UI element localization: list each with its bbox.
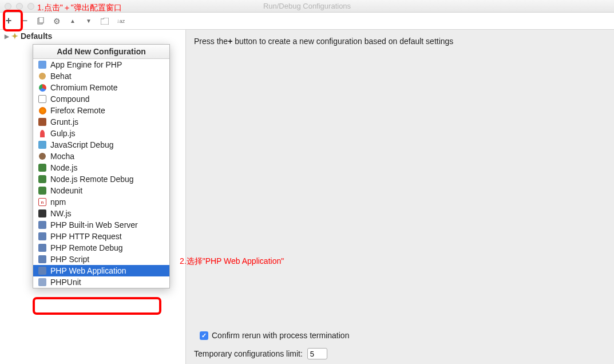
traffic-lights: [0, 3, 34, 10]
annotation-highlight-selection: [33, 297, 161, 315]
checkbox-label: Confirm rerun with process termination: [212, 331, 349, 340]
compound-icon: [38, 94, 47, 104]
config-type-item[interactable]: PHP Built-in Web Server: [33, 219, 169, 231]
config-type-item[interactable]: JavaScript Debug: [33, 139, 169, 151]
npm-icon: n: [38, 197, 47, 207]
annotation-step1: 1.点击"＋"弹出配置窗口: [37, 3, 122, 13]
temp-config-limit-row: Temporary configurations limit:: [194, 348, 349, 359]
php-icon: [38, 255, 47, 264]
config-type-label: Grunt.js: [50, 117, 78, 126]
annotation-step2: 2.选择"PHP Web Application": [180, 256, 284, 267]
config-type-item[interactable]: Node.js Remote Debug: [33, 173, 169, 185]
config-type-item[interactable]: Nodeunit: [33, 185, 169, 196]
php-icon: [38, 243, 47, 252]
phpunit-icon: [38, 278, 47, 287]
config-type-item[interactable]: nnpm: [33, 196, 169, 208]
left-panel: ▶ ✦ Defaults Add New Configuration App E…: [0, 30, 186, 364]
config-type-item[interactable]: App Engine for PHP: [33, 59, 169, 70]
node-icon: [38, 175, 47, 184]
config-type-label: npm: [50, 197, 66, 207]
config-type-item[interactable]: PHP HTTP Request: [33, 231, 169, 242]
config-type-label: Gulp.js: [50, 129, 76, 138]
config-type-item[interactable]: Firefox Remote: [33, 105, 169, 116]
config-type-label: JavaScript Debug: [50, 140, 114, 149]
toolbar: + − ⚙ ▲ ▼ ↓az: [0, 13, 614, 30]
config-type-label: PHP Remote Debug: [50, 243, 123, 252]
config-type-label: Behat: [50, 72, 72, 81]
main-area: ▶ ✦ Defaults Add New Configuration App E…: [0, 30, 614, 364]
chrome-icon: [38, 83, 47, 92]
php-icon: [38, 220, 47, 230]
config-type-label: PHPUnit: [50, 278, 81, 287]
down-button[interactable]: ▼: [84, 16, 94, 26]
nw-icon: [38, 209, 47, 218]
config-type-item[interactable]: Grunt.js: [33, 116, 169, 128]
wrench-icon: ⚙: [53, 17, 61, 26]
config-type-item[interactable]: Mocha: [33, 151, 169, 162]
config-type-label: PHP HTTP Request: [50, 232, 122, 241]
config-type-label: PHP Built-in Web Server: [50, 220, 138, 230]
hint-post: button to create a new configuration bas…: [232, 37, 453, 46]
config-type-item[interactable]: Compound: [33, 93, 169, 105]
limit-input[interactable]: [307, 348, 327, 359]
popup-list: App Engine for PHPBehatChromium RemoteCo…: [33, 59, 169, 288]
folder-button[interactable]: [100, 16, 110, 26]
php-icon: [38, 266, 47, 275]
config-type-label: Chromium Remote: [50, 83, 117, 92]
config-type-label: Compound: [50, 94, 90, 104]
remove-button[interactable]: −: [19, 16, 30, 26]
config-type-item[interactable]: Node.js: [33, 162, 169, 173]
up-button[interactable]: ▲: [68, 16, 78, 26]
sort-button[interactable]: ↓az: [116, 16, 126, 26]
expand-arrow-icon: ▶: [5, 33, 9, 39]
config-type-label: Node.js Remote Debug: [50, 175, 134, 184]
maximize-button[interactable]: [27, 3, 34, 10]
config-type-label: Firefox Remote: [50, 106, 105, 115]
close-button[interactable]: [5, 3, 11, 10]
config-type-label: Nodeunit: [50, 186, 82, 195]
defaults-tree-node[interactable]: ▶ ✦ Defaults: [0, 30, 185, 42]
firefox-icon: [38, 106, 47, 115]
config-type-item[interactable]: Gulp.js: [33, 128, 169, 139]
minimize-button[interactable]: [16, 3, 23, 10]
php-icon: [38, 232, 47, 241]
settings-button[interactable]: ⚙: [52, 16, 62, 26]
config-type-item[interactable]: PHP Script: [33, 254, 169, 265]
config-type-label: PHP Script: [50, 255, 89, 264]
checkbox-checked-icon[interactable]: ✓: [200, 331, 208, 340]
node-icon: [38, 163, 47, 172]
bottom-options: ✓ Confirm rerun with process termination…: [194, 331, 349, 359]
behat-icon: [38, 72, 47, 81]
javascript-icon: [38, 140, 47, 149]
node-icon: [38, 186, 47, 195]
gear-icon: ✦: [11, 31, 18, 41]
right-panel: Press the+ button to create a new config…: [186, 30, 614, 364]
config-type-item[interactable]: PHPUnit: [33, 276, 169, 288]
svg-rect-1: [39, 17, 43, 23]
confirm-rerun-checkbox-row[interactable]: ✓ Confirm rerun with process termination: [200, 331, 349, 340]
config-type-label: Mocha: [50, 152, 74, 161]
config-type-label: PHP Web Application: [50, 266, 126, 275]
config-type-label: NW.js: [50, 209, 72, 218]
config-type-item[interactable]: PHP Web Application: [33, 265, 169, 276]
gulp-icon: [38, 129, 47, 138]
add-button[interactable]: +: [3, 16, 14, 26]
config-type-item[interactable]: Behat: [33, 70, 169, 82]
limit-label: Temporary configurations limit:: [194, 349, 303, 358]
add-configuration-popup: Add New Configuration App Engine for PHP…: [33, 44, 170, 288]
hint-pre: Press the: [194, 37, 228, 46]
hint-text: Press the+ button to create a new config…: [194, 37, 606, 46]
config-type-label: Node.js: [50, 163, 77, 172]
grunt-icon: [38, 117, 47, 126]
copy-button[interactable]: [35, 16, 46, 26]
config-type-item[interactable]: NW.js: [33, 208, 169, 219]
defaults-label: Defaults: [21, 31, 52, 41]
popup-title: Add New Configuration: [33, 45, 169, 59]
config-type-item[interactable]: PHP Remote Debug: [33, 242, 169, 254]
appengine-icon: [38, 60, 47, 69]
mocha-icon: [38, 152, 47, 161]
config-type-label: App Engine for PHP: [50, 60, 122, 69]
config-type-item[interactable]: Chromium Remote: [33, 82, 169, 93]
